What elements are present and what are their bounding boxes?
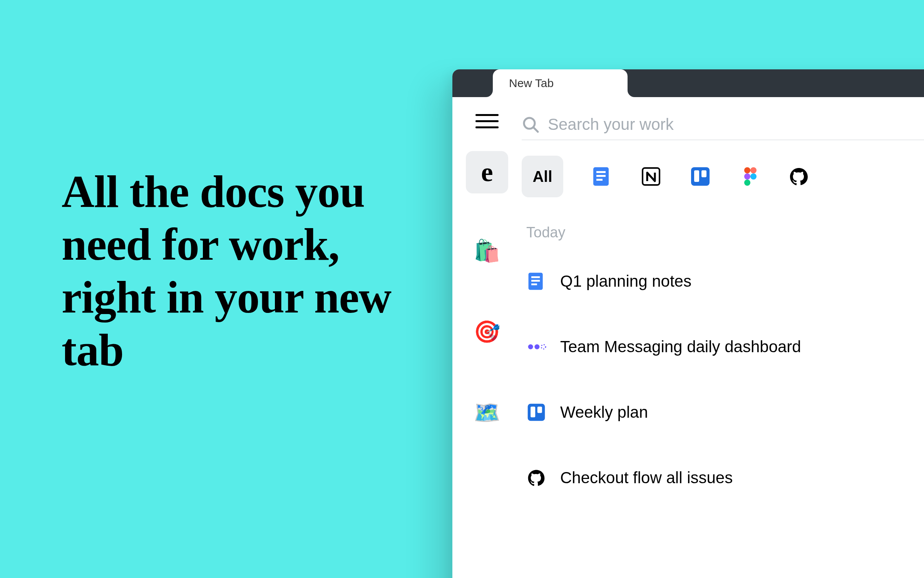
figma-icon [739,166,760,187]
trello-icon [690,166,711,187]
trello-icon [526,402,546,422]
filter-row: All [522,156,924,197]
doc-row[interactable]: Q1 planning notes [522,260,924,302]
section-today: Today [522,224,924,241]
browser-window: New Tab e 🛍️ 🎯 🗺️ [452,69,924,578]
doc-title: Checkout flow all issues [560,469,733,487]
filter-figma[interactable] [739,166,760,187]
filter-notion[interactable] [640,166,662,187]
doc-title: Team Messaging daily dashboard [560,338,801,356]
browser-tab-new[interactable]: New Tab [493,69,628,97]
filter-all-label: All [532,168,552,185]
filter-trello[interactable] [690,166,711,187]
filter-github[interactable] [788,166,810,187]
filter-all[interactable]: All [522,156,563,197]
workspace-tile-e[interactable]: e [466,151,508,193]
dots-icon [526,337,546,357]
github-icon [526,468,546,488]
space-world-map[interactable]: 🗺️ [474,400,500,425]
left-column: e 🛍️ 🎯 🗺️ [452,97,522,578]
main-column: All Today [522,97,924,578]
google-docs-icon [526,271,546,291]
doc-title: Weekly plan [560,403,648,422]
doc-row[interactable]: Weekly plan [522,391,924,434]
search-bar[interactable] [522,109,924,140]
doc-row[interactable]: Team Messaging daily dashboard [522,326,924,368]
e-logo-icon: e [481,157,493,188]
menu-button[interactable] [475,109,499,133]
search-input[interactable] [548,115,924,134]
notion-icon [640,166,662,187]
doc-row[interactable]: Checkout flow all issues [522,457,924,499]
marketing-headline: All the docs you need for work, right in… [62,166,424,377]
doc-title: Q1 planning notes [560,272,691,291]
github-icon [788,166,810,187]
app-body: e 🛍️ 🎯 🗺️ All [452,97,924,578]
space-shopping[interactable]: 🛍️ [474,238,500,264]
google-docs-icon [591,166,613,187]
filter-google-docs[interactable] [591,166,613,187]
space-target[interactable]: 🎯 [474,319,500,344]
search-icon [522,116,539,133]
browser-tab-label: New Tab [509,77,554,90]
browser-tabstrip: New Tab [452,69,924,97]
